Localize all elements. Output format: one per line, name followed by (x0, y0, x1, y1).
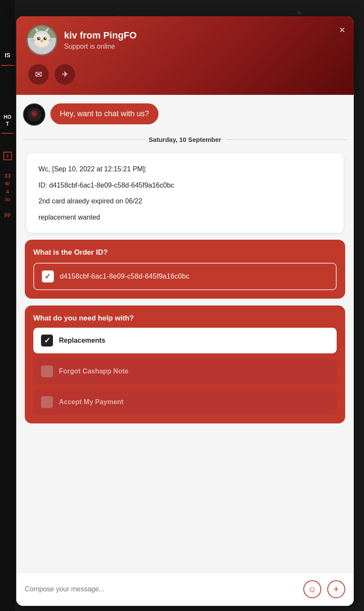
message-line-1: Wc, [Sep 10, 2022 at 12:15:21 PM]: (38, 164, 332, 175)
sidebar-numbers: 336/4/o (4, 172, 10, 203)
help-option-replacements[interactable]: Replacements (33, 328, 337, 353)
payment-label: Accept My Payment (59, 398, 123, 406)
chat-footer: ☺ + (16, 572, 354, 606)
sidebar-text-is: IS (5, 51, 10, 60)
agent-avatar (26, 25, 57, 56)
message-line-2: ID: d4158cbf-6ac1-8e09-c58d-645f9a16c0bc (38, 180, 332, 191)
message-card: Wc, [Sep 10, 2022 at 12:15:21 PM]: ID: d… (26, 153, 343, 233)
date-line-right (226, 139, 347, 140)
order-id-label: What is the Order ID? (33, 248, 337, 257)
help-option-cashapp[interactable]: Forgot Cashapp Note (33, 358, 337, 384)
telegram-button[interactable]: ✈ (55, 64, 75, 85)
chat-body: Hey, want to chat with us? Saturday, 10 … (16, 95, 354, 572)
svg-point-22 (40, 40, 43, 42)
svg-point-20 (38, 38, 40, 39)
compose-input[interactable] (25, 585, 297, 593)
close-button[interactable]: × (339, 25, 345, 35)
svg-point-21 (45, 38, 46, 39)
email-button[interactable]: ✉ (28, 64, 49, 85)
cashapp-label: Forgot Cashapp Note (59, 367, 129, 375)
help-section: What do you need help with? Replacements… (25, 306, 345, 423)
bot-avatar (23, 103, 45, 126)
date-line-left (23, 139, 144, 140)
add-icon: + (334, 584, 339, 595)
add-button[interactable]: + (327, 580, 345, 598)
sidebar-text-pp: pp (4, 211, 11, 218)
help-option-payment[interactable]: Accept My Payment (33, 389, 337, 415)
message-line-3: 2nd card alraedy expired on 06/22 (38, 196, 332, 207)
date-label: Saturday, 10 September (149, 136, 221, 143)
emoji-button[interactable]: ☺ (303, 580, 321, 598)
cashapp-checkbox (41, 365, 53, 377)
payment-checkbox (41, 396, 53, 408)
replacements-checkbox (41, 335, 53, 347)
telegram-icon: ✈ (62, 70, 68, 79)
order-id-section: What is the Order ID? d4158cbf-6ac1-8e09… (25, 240, 345, 299)
order-id-value[interactable]: d4158cbf-6ac1-8e09-c58d-645f9a16c0bc (33, 263, 337, 290)
bot-bubble: Hey, want to chat with us? (50, 103, 159, 124)
order-id-text: d4158cbf-6ac1-8e09-c58d-645f9a16c0bc (60, 273, 189, 280)
replacements-label: Replacements (59, 337, 106, 344)
agent-name: kiv from PingFO (64, 30, 343, 41)
agent-status: Support is online (64, 43, 343, 50)
help-section-label: What do you need help with? (33, 314, 337, 323)
order-id-checkbox (42, 270, 54, 282)
message-line-4: replacement wanted (38, 212, 332, 223)
chat-widget: kiv from PingFO Support is online × ✉ ✈ (16, 16, 354, 606)
sidebar-text-hot: HOT (4, 114, 12, 128)
bot-message-row: Hey, want to chat with us? (23, 103, 347, 126)
svg-point-32 (32, 112, 36, 116)
emoji-icon: ☺ (308, 585, 317, 594)
chat-header: kiv from PingFO Support is online × ✉ ✈ (16, 16, 354, 95)
date-divider: Saturday, 10 September (23, 132, 347, 147)
email-icon: ✉ (35, 69, 42, 79)
